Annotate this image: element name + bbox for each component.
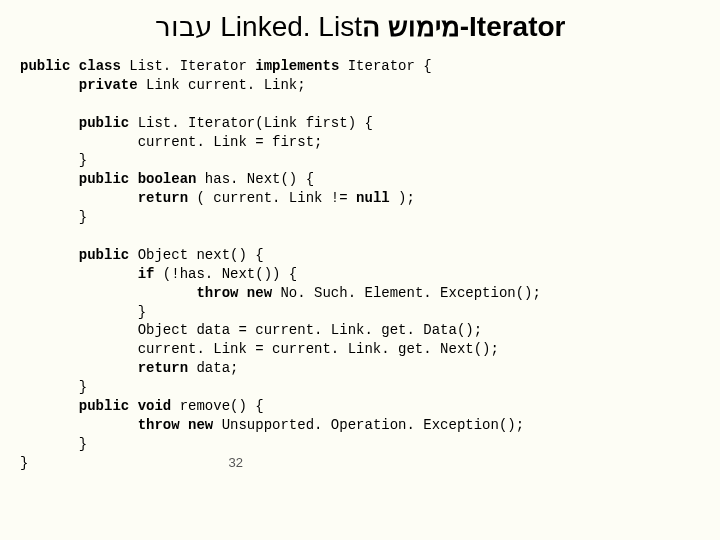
code-text: (!has. Next()) {: [154, 266, 297, 282]
slide-title: Iterator-מימוש הLinked. List עבור: [20, 10, 700, 43]
code-line: }: [20, 455, 28, 471]
code-text: List. Iterator: [121, 58, 255, 74]
code-text: remove() {: [171, 398, 263, 414]
keyword: return: [138, 360, 188, 376]
code-line: private Link current. Link;: [20, 77, 306, 93]
code-text: List. Iterator(Link first) {: [129, 115, 373, 131]
code-line: throw new Unsupported. Operation. Except…: [20, 417, 524, 433]
code-text: Object data = current. Link. get. Data()…: [138, 322, 482, 338]
keyword: public: [79, 247, 129, 263]
code-line: current. Link = current. Link. get. Next…: [20, 341, 499, 357]
code-text: }: [79, 209, 87, 225]
code-text: has. Next() {: [196, 171, 314, 187]
code-line: if (!has. Next()) {: [20, 266, 297, 282]
code-line: public void remove() {: [20, 398, 264, 414]
code-line: Object data = current. Link. get. Data()…: [20, 322, 482, 338]
code-text: No. Such. Element. Exception();: [272, 285, 541, 301]
code-line: throw new No. Such. Element. Exception()…: [20, 285, 541, 301]
code-text: Link current. Link;: [138, 77, 306, 93]
code-text: Object next() {: [129, 247, 263, 263]
keyword: void: [138, 398, 172, 414]
code-line: public class List. Iterator implements I…: [20, 58, 432, 74]
code-text: }: [79, 436, 87, 452]
keyword: public: [79, 115, 129, 131]
code-text: Unsupported. Operation. Exception();: [213, 417, 524, 433]
page-number: 32: [228, 455, 242, 470]
keyword: return: [138, 190, 188, 206]
keyword: boolean: [138, 171, 197, 187]
keyword: class: [79, 58, 121, 74]
code-line: public Object next() {: [20, 247, 264, 263]
keyword: public: [79, 171, 129, 187]
code-line: return ( current. Link != null );: [20, 190, 415, 206]
keyword: null: [356, 190, 390, 206]
code-text: current. Link = current. Link. get. Next…: [138, 341, 499, 357]
code-line: public boolean has. Next() {: [20, 171, 314, 187]
keyword: private: [79, 77, 138, 93]
code-text: }: [138, 304, 146, 320]
code-text: ( current. Link !=: [188, 190, 356, 206]
code-text: data;: [188, 360, 238, 376]
code-block: public class List. Iterator implements I…: [20, 57, 700, 473]
keyword: throw new: [196, 285, 272, 301]
code-line: }: [20, 304, 146, 320]
code-text: current. Link = first;: [138, 134, 323, 150]
code-line: }: [20, 152, 87, 168]
keyword: public: [20, 58, 70, 74]
code-line: current. Link = first;: [20, 134, 322, 150]
keyword: public: [79, 398, 129, 414]
code-line: return data;: [20, 360, 238, 376]
code-line: public List. Iterator(Link first) {: [20, 115, 373, 131]
code-text: );: [390, 190, 415, 206]
title-normal: Linked. List עבור: [155, 11, 362, 42]
code-text: }: [79, 152, 87, 168]
code-text: }: [79, 379, 87, 395]
keyword: implements: [255, 58, 339, 74]
title-bold: Iterator-מימוש ה: [362, 11, 566, 42]
code-text: }: [20, 455, 28, 471]
code-text: Iterator {: [339, 58, 431, 74]
slide: Iterator-מימוש הLinked. List עבור public…: [0, 0, 720, 540]
code-line: }: [20, 209, 87, 225]
code-line: }: [20, 379, 87, 395]
keyword: if: [138, 266, 155, 282]
code-line: }: [20, 436, 87, 452]
keyword: throw new: [138, 417, 214, 433]
